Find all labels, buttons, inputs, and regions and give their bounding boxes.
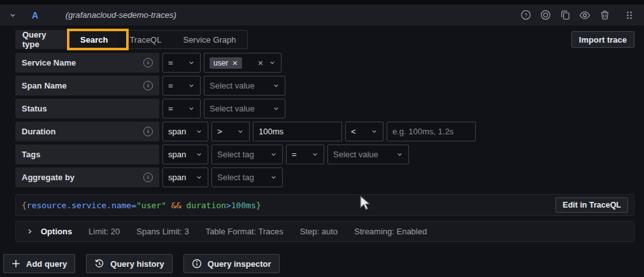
duration-scope-select[interactable]: span <box>162 122 208 141</box>
filter-label-duration: Durationi <box>15 122 159 141</box>
filter-row-aggregate-by: Aggregate byispanSelect tag <box>15 167 476 187</box>
filter-label-span-name: Span Namei <box>15 76 159 96</box>
select-value: > <box>217 127 222 136</box>
duration-max-input[interactable] <box>387 122 476 141</box>
select-placeholder: Select value <box>333 150 378 159</box>
filter-row-status: Status=Select value <box>15 99 476 118</box>
option-limit: Limit: 20 <box>89 227 120 236</box>
filter-label-text: Duration <box>22 127 55 136</box>
select-value: < <box>351 127 356 136</box>
duration-max-operator-select[interactable]: < <box>345 122 383 141</box>
query-row-header: A (grafanacloud-sedemo-traces) ? <box>0 4 644 25</box>
info-icon[interactable]: i <box>143 127 153 136</box>
duration-min-input[interactable] <box>253 122 342 141</box>
chevron-down-icon <box>184 59 195 66</box>
select-placeholder: Select value <box>210 81 255 90</box>
traceql-preview: {resource.service.name="user" && duratio… <box>22 201 261 210</box>
info-icon <box>192 259 202 269</box>
filter-row-service-name: Service Namei=user <box>15 53 476 73</box>
tags-tag-select[interactable]: Select tag <box>211 145 283 164</box>
select-value: span <box>168 173 186 182</box>
info-icon[interactable]: i <box>143 58 153 67</box>
info-icon[interactable]: i <box>143 81 153 90</box>
trash-icon[interactable] <box>599 10 610 21</box>
traceql-token: { <box>22 201 27 210</box>
search-filters: Service Namei=userSpan Namei=Select valu… <box>15 53 476 190</box>
options-title[interactable]: Options <box>41 227 72 236</box>
chevron-down-icon <box>233 128 244 135</box>
filter-row-duration: Durationispan>< <box>15 122 476 141</box>
tab-search[interactable]: Search <box>69 31 118 48</box>
service-name-value-select[interactable]: user <box>204 53 282 73</box>
datasource-title: (grafanacloud-sedemo-traces) <box>66 10 176 20</box>
traceql-token: resource.service.name <box>27 201 131 210</box>
option-streaming: Streaming: Enabled <box>354 227 427 236</box>
chevron-down-icon <box>308 151 318 158</box>
import-trace-button[interactable]: Import trace <box>571 31 634 48</box>
aggregate-tag-select[interactable]: Select tag <box>211 167 283 187</box>
chevron-down-icon <box>269 82 280 89</box>
options-summary: Limit: 20Spans Limit: 3Table Format: Tra… <box>89 227 443 236</box>
status-value-select[interactable]: Select value <box>204 99 285 118</box>
option-step: Step: auto <box>300 227 338 236</box>
button-label: Query inspector <box>208 259 271 269</box>
filter-label-text: Service Name <box>22 58 76 67</box>
query-type-tabs: SearchTraceQLService Graph <box>69 30 248 49</box>
panel-top-edge <box>0 0 644 4</box>
editor-footer: Add queryQuery historyQuery inspector <box>3 254 280 273</box>
plus-icon <box>11 259 20 268</box>
value-chip: user <box>210 57 242 69</box>
query-ref-id[interactable]: A <box>32 10 39 20</box>
query-type-row: Query type SearchTraceQLService Graph <box>15 30 248 49</box>
drag-handle-icon[interactable] <box>624 10 635 21</box>
duration-min-operator-select[interactable]: > <box>211 122 250 141</box>
tab-service-graph[interactable]: Service Graph <box>172 31 247 48</box>
query-actions: ? <box>520 10 635 21</box>
filter-label-text: Tags <box>22 150 40 159</box>
copy-icon[interactable] <box>559 10 571 21</box>
tags-operator-select[interactable]: = <box>286 145 324 164</box>
span-name-operator-select[interactable]: = <box>162 76 201 96</box>
options-collapsed-bar[interactable]: Options Limit: 20Spans Limit: 3Table For… <box>15 221 634 242</box>
chevron-down-icon <box>184 105 195 112</box>
chevron-right-icon[interactable] <box>26 228 33 235</box>
chevron-down-icon <box>192 128 203 135</box>
record-icon[interactable] <box>540 10 551 21</box>
service-name-operator-select[interactable]: = <box>162 53 201 73</box>
traceql-token: "user" <box>136 201 166 210</box>
clear-all-icon[interactable] <box>254 60 264 66</box>
eye-icon[interactable] <box>579 10 590 21</box>
help-icon[interactable]: ? <box>520 10 531 21</box>
select-value: = <box>168 81 173 90</box>
chevron-down-icon <box>367 128 378 135</box>
filter-label-service-name: Service Namei <box>15 53 159 73</box>
tags-value-select[interactable]: Select value <box>327 145 409 164</box>
filter-label-text: Aggregate by <box>22 173 75 182</box>
query-history-button[interactable]: Query history <box>86 254 173 273</box>
select-value: = <box>168 104 173 113</box>
tags-scope-select[interactable]: span <box>162 145 208 164</box>
chevron-down-icon <box>392 151 403 158</box>
add-query-button[interactable]: Add query <box>3 254 75 273</box>
tab-traceql[interactable]: TraceQL <box>118 31 172 48</box>
filter-label-status: Status <box>15 99 159 118</box>
option-spans-limit: Spans Limit: 3 <box>136 227 189 236</box>
edit-in-traceql-button[interactable]: Edit in TraceQL <box>555 197 628 213</box>
filter-label-aggregate-by: Aggregate byi <box>15 167 159 187</box>
collapse-chevron-down-icon[interactable] <box>9 11 17 19</box>
query-preview-panel: {resource.service.name="user" && duratio… <box>15 194 634 216</box>
status-operator-select[interactable]: = <box>162 99 201 118</box>
filter-label-text: Status <box>22 104 47 113</box>
select-placeholder: Select value <box>210 104 255 113</box>
button-label: Add query <box>26 259 67 269</box>
select-value: = <box>292 150 297 159</box>
span-name-value-select[interactable]: Select value <box>204 76 285 96</box>
chevron-down-icon <box>266 151 277 158</box>
info-icon[interactable]: i <box>143 173 153 182</box>
select-placeholder: Select tag <box>217 150 254 159</box>
traceql-token: 100ms <box>231 201 256 210</box>
remove-value-icon[interactable] <box>232 60 238 66</box>
query-inspector-button[interactable]: Query inspector <box>183 254 280 273</box>
aggregate-scope-select[interactable]: span <box>162 167 208 187</box>
svg-text:?: ? <box>524 12 527 18</box>
